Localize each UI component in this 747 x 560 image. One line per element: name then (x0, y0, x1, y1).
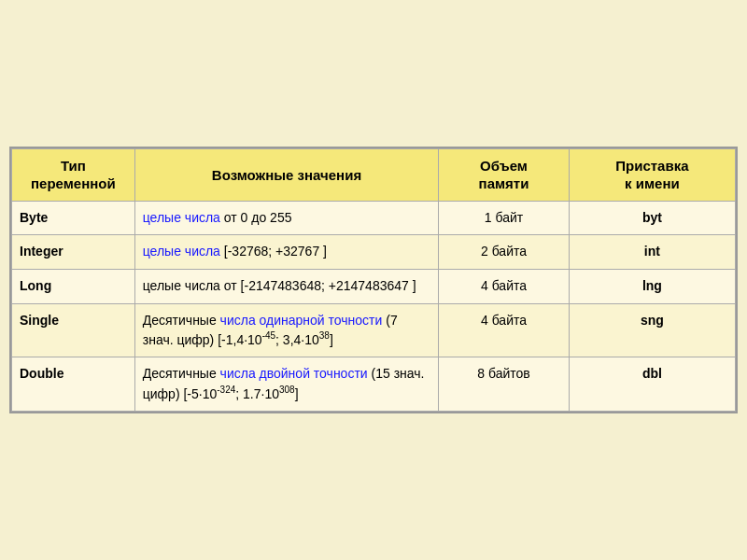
memory-cell: 4 байта (439, 269, 570, 303)
values-blue-text: целые числа (143, 244, 220, 259)
prefix-cell: int (569, 235, 735, 270)
values-cell: Десятичные числа одинарной точности (7 з… (134, 303, 439, 357)
type-cell: Integer (12, 235, 135, 270)
values-cell: целые числа [-32768; +32767 ] (134, 235, 439, 270)
type-cell: Byte (12, 201, 135, 235)
table-row: Double Десятичные числа двойной точности… (12, 357, 736, 412)
values-blue-text: числа одинарной точности (220, 313, 383, 328)
memory-cell: 1 байт (439, 201, 570, 235)
memory-cell: 4 байта (439, 303, 570, 357)
values-blue-text: числа двойной точности (220, 366, 368, 381)
values-cell: целые числа от [-2147483648; +2147483647… (134, 269, 439, 303)
table-row: Single Десятичные числа одинарной точнос… (12, 303, 736, 357)
type-cell: Long (12, 269, 135, 303)
header-row: Типпеременной Возможные значения Объемпа… (12, 148, 736, 201)
prefix-cell: lng (569, 269, 735, 303)
values-cell: целые числа от 0 до 255 (134, 201, 439, 235)
header-memory: Объемпамяти (439, 148, 570, 201)
prefix-cell: dbl (569, 357, 735, 412)
type-cell: Single (12, 303, 135, 357)
table-row: Byte целые числа от 0 до 255 1 байт byt (12, 201, 736, 235)
table-row: Integer целые числа [-32768; +32767 ] 2 … (12, 235, 736, 270)
header-type: Типпеременной (12, 148, 135, 201)
values-blue-text: целые числа (143, 210, 220, 225)
memory-cell: 8 байтов (439, 357, 570, 412)
header-prefix: Приставкак имени (569, 148, 735, 201)
type-cell: Double (12, 357, 135, 412)
prefix-cell: sng (569, 303, 735, 357)
variables-table: Типпеременной Возможные значения Объемпа… (11, 148, 736, 412)
values-cell: Десятичные числа двойной точности (15 зн… (134, 357, 439, 412)
prefix-cell: byt (569, 201, 735, 235)
main-table-container: Типпеременной Возможные значения Объемпа… (9, 147, 738, 413)
memory-cell: 2 байта (439, 235, 570, 270)
table-row: Long целые числа от [-2147483648; +21474… (12, 269, 736, 303)
header-values: Возможные значения (134, 148, 439, 201)
